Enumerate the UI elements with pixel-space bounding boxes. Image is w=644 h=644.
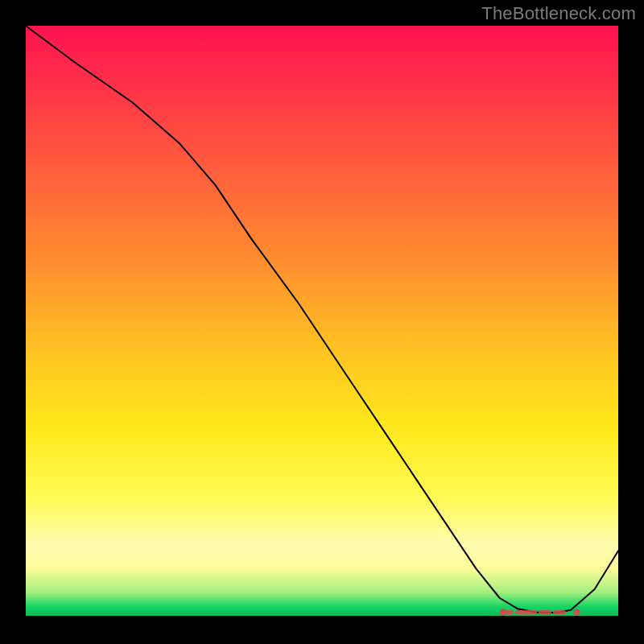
optimal-range-end-dot <box>573 609 580 616</box>
watermark-text: TheBottleneck.com <box>481 3 636 24</box>
plot-area <box>26 26 618 616</box>
optimal-range-start-dot <box>499 609 506 616</box>
chart-stage: TheBottleneck.com <box>0 0 644 644</box>
chart-overlay <box>26 26 618 616</box>
data-curve <box>26 26 618 613</box>
